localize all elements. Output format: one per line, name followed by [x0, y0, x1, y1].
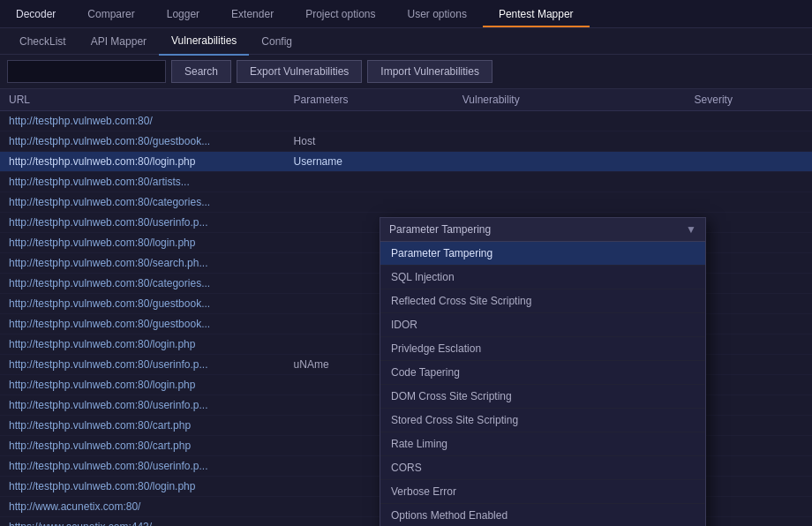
table-cell-url: http://testphp.vulnweb.com:80/login.php: [0, 233, 285, 253]
table-cell-url: http://testphp.vulnweb.com:80/login.php: [0, 477, 285, 497]
table-cell-url: https://www.acunetix.com:443/: [0, 517, 285, 527]
table-cell-severity: [686, 192, 812, 213]
dropdown-item-reflected-xss[interactable]: Reflected Cross Site Scripting: [380, 289, 705, 313]
search-button[interactable]: Search: [171, 60, 231, 83]
chevron-down-icon: ▼: [686, 223, 696, 236]
table-cell-vuln: [454, 132, 686, 152]
dropdown-item-idor[interactable]: IDOR: [380, 313, 705, 337]
table-cell-severity: [686, 132, 812, 152]
dropdown-item-cors[interactable]: CORS: [380, 456, 705, 480]
import-button[interactable]: Import Vulnerabilities: [367, 60, 492, 83]
col-header-vuln: Vulnerability: [454, 89, 686, 111]
table-cell-severity: [686, 172, 812, 192]
table-row[interactable]: http://testphp.vulnweb.com:80/artists...: [0, 172, 812, 192]
top-nav-item-pentest-mapper[interactable]: Pentest Mapper: [483, 0, 590, 27]
table-cell-vuln: [454, 172, 686, 192]
export-button[interactable]: Export Vulnerabilities: [237, 60, 362, 83]
sub-nav-item-checklist[interactable]: CheckList: [7, 28, 79, 55]
dropdown-item-options-method[interactable]: Options Method Enabled: [380, 504, 705, 526]
table-cell-params: [285, 111, 454, 132]
table-cell-url: http://testphp.vulnweb.com:80/guestbook.…: [0, 294, 285, 314]
table-cell-severity: [686, 111, 812, 132]
table-cell-url: http://testphp.vulnweb.com:80/login.php: [0, 375, 285, 395]
table-cell-params: Host: [285, 132, 454, 152]
table-cell-url: http://testphp.vulnweb.com:80/: [0, 111, 285, 132]
table-cell-url: http://testphp.vulnweb.com:80/artists...: [0, 172, 285, 192]
sub-nav-item-api-mapper[interactable]: API Mapper: [79, 28, 159, 55]
table-cell-url: http://testphp.vulnweb.com:80/guestbook.…: [0, 132, 285, 152]
table-cell-vuln: [454, 192, 686, 213]
top-nav-item-decoder[interactable]: Decoder: [0, 0, 71, 27]
table-cell-vuln: [454, 111, 686, 132]
table-cell-url: http://testphp.vulnweb.com:80/login.php: [0, 334, 285, 355]
sub-nav-item-vulnerabilities[interactable]: Vulnerabilities: [159, 27, 249, 56]
top-nav-item-project-options[interactable]: Project options: [289, 0, 391, 27]
top-nav-item-logger[interactable]: Logger: [151, 0, 215, 27]
table-container: URL Parameters Vulnerability Severity ht…: [0, 89, 812, 526]
table-cell-vuln: [454, 152, 686, 172]
table-cell-url: http://testphp.vulnweb.com:80/guestbook.…: [0, 314, 285, 334]
sub-navigation: CheckListAPI MapperVulnerabilitiesConfig: [0, 28, 812, 55]
table-cell-url: http://testphp.vulnweb.com:80/userinfo.p…: [0, 395, 285, 416]
table-cell-url: http://testphp.vulnweb.com:80/search.ph.…: [0, 253, 285, 274]
table-cell-params: Username: [285, 152, 454, 172]
toolbar: Search Export Vulnerabilities Import Vul…: [0, 55, 812, 89]
top-nav-item-extender[interactable]: Extender: [215, 0, 289, 27]
search-input[interactable]: [7, 60, 166, 83]
table-row[interactable]: http://testphp.vulnweb.com:80/guestbook.…: [0, 132, 812, 152]
col-header-severity: Severity: [686, 89, 812, 111]
top-nav-item-user-options[interactable]: User options: [392, 0, 483, 27]
col-header-params: Parameters: [285, 89, 454, 111]
dropdown-item-verbose-error[interactable]: Verbose Error: [380, 480, 705, 504]
table-cell-url: http://testphp.vulnweb.com:80/cart.php: [0, 416, 285, 436]
table-cell-url: http://testphp.vulnweb.com:80/login.php: [0, 152, 285, 172]
dropdown-item-parameter-tampering[interactable]: Parameter Tampering: [380, 242, 705, 266]
dropdown-item-sql-injection[interactable]: SQL Injection: [380, 266, 705, 289]
table-cell-url: http://testphp.vulnweb.com:80/categories…: [0, 274, 285, 294]
dropdown-header[interactable]: Parameter Tampering ▼: [380, 218, 705, 242]
table-cell-url: http://testphp.vulnweb.com:80/userinfo.p…: [0, 355, 285, 375]
table-cell-url: http://testphp.vulnweb.com:80/cart.php: [0, 436, 285, 456]
vulnerability-dropdown: Parameter Tampering ▼ Parameter Tamperin…: [380, 217, 706, 526]
table-cell-severity: [686, 152, 812, 172]
dropdown-selected-value: Parameter Tampering: [389, 223, 491, 236]
dropdown-item-rate-limiting[interactable]: Rate Liming: [380, 432, 705, 456]
col-header-url: URL: [0, 89, 285, 111]
table-row[interactable]: http://testphp.vulnweb.com:80/login.phpU…: [0, 152, 812, 172]
table-cell-url: http://testphp.vulnweb.com:80/userinfo.p…: [0, 456, 285, 477]
dropdown-item-privilege-escalation[interactable]: Privledge Esclation: [380, 337, 705, 361]
sub-nav-item-config[interactable]: Config: [249, 28, 304, 55]
table-cell-params: [285, 172, 454, 192]
top-nav-item-comparer[interactable]: Comparer: [71, 0, 150, 27]
table-row[interactable]: http://testphp.vulnweb.com:80/categories…: [0, 192, 812, 213]
table-cell-url: http://testphp.vulnweb.com:80/categories…: [0, 192, 285, 213]
dropdown-item-stored-xss[interactable]: Stored Cross Site Scripting: [380, 409, 705, 432]
table-cell-url: http://testphp.vulnweb.com:80/userinfo.p…: [0, 213, 285, 233]
dropdown-items-list: Parameter TamperingSQL InjectionReflecte…: [380, 242, 705, 526]
table-cell-params: [285, 192, 454, 213]
dropdown-item-code-tapering[interactable]: Code Tapering: [380, 361, 705, 385]
top-navigation: DecoderComparerLoggerExtenderProject opt…: [0, 0, 812, 28]
table-cell-url: http://www.acunetix.com:80/: [0, 497, 285, 517]
table-row[interactable]: http://testphp.vulnweb.com:80/: [0, 111, 812, 132]
dropdown-item-dom-xss[interactable]: DOM Cross Site Scripting: [380, 385, 705, 409]
table-header-row: URL Parameters Vulnerability Severity: [0, 89, 812, 111]
